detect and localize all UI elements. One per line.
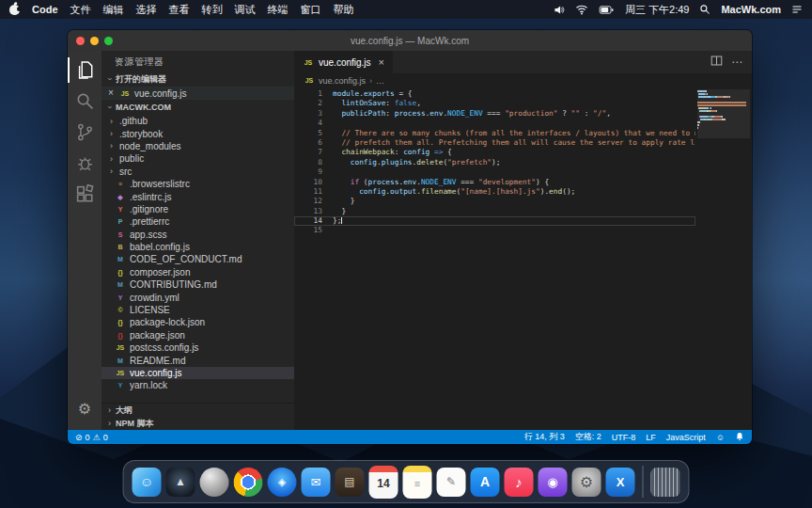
- menubar-menu-9[interactable]: 帮助: [334, 3, 354, 17]
- xcode-icon[interactable]: X: [606, 468, 635, 497]
- sidebar-section-2[interactable]: ›NPM 脚本: [102, 417, 294, 430]
- tree-folder[interactable]: ›node_modules: [102, 140, 294, 152]
- menubar-menu-6[interactable]: 调试: [235, 3, 256, 17]
- minimize-window-button[interactable]: [90, 37, 99, 45]
- system-preferences-icon[interactable]: ⚙: [572, 468, 601, 497]
- code-line[interactable]: 8 config.plugins.delete("prefetch");: [294, 158, 695, 167]
- status-item-5[interactable]: JavaScript: [666, 431, 706, 443]
- wifi-icon[interactable]: [575, 4, 588, 15]
- tree-file[interactable]: ◆.eslintrc.js: [102, 190, 294, 202]
- tree-file[interactable]: JSvue.config.js: [102, 367, 294, 379]
- debug-icon[interactable]: [68, 148, 102, 179]
- tree-folder[interactable]: ›public: [102, 152, 294, 165]
- code-line[interactable]: 13 }: [294, 207, 695, 216]
- tree-file[interactable]: ≡.browserslistrc: [102, 178, 294, 190]
- tree-folder[interactable]: ›src: [102, 166, 294, 178]
- problems-indicator[interactable]: ⊘ 0 ⚠ 0: [75, 433, 108, 442]
- mail-icon[interactable]: ✉: [302, 468, 331, 497]
- code-line[interactable]: 11 config.output.filename("[name].[hash]…: [294, 187, 695, 197]
- tree-file[interactable]: MCONTRIBUTING.md: [102, 278, 294, 291]
- settings-gear-icon[interactable]: ⚙: [68, 393, 102, 424]
- sidebar-section-1[interactable]: ›大纲: [102, 404, 294, 417]
- status-item-3[interactable]: UTF-8: [612, 431, 636, 443]
- project-root-header[interactable]: › MACWK.COM: [102, 100, 294, 115]
- safari-icon[interactable]: ◈: [268, 468, 297, 497]
- tree-file[interactable]: ©LICENSE: [102, 304, 294, 316]
- code-line[interactable]: 3 publicPath: process.env.NODE_ENV === "…: [294, 109, 695, 119]
- extensions-icon[interactable]: [68, 179, 102, 210]
- tree-folder[interactable]: ›.storybook: [102, 127, 294, 139]
- menubar-menu-8[interactable]: 窗口: [301, 3, 321, 17]
- menubar-menu-2[interactable]: 编辑: [103, 3, 124, 17]
- status-item-2[interactable]: 空格: 2: [575, 431, 601, 443]
- tree-folder[interactable]: ›.github: [102, 115, 294, 127]
- code-line[interactable]: 15: [294, 226, 695, 235]
- breadcrumb[interactable]: JS vue.config.js › …: [294, 73, 752, 87]
- notifications-bell-icon[interactable]: [735, 432, 744, 443]
- window-title-bar[interactable]: vue.config.js — MacWk.com: [68, 30, 752, 51]
- more-actions-icon[interactable]: ⋯: [731, 56, 743, 69]
- calendar-icon[interactable]: 14: [369, 466, 398, 499]
- code-line[interactable]: 2 lintOnSave: false,: [294, 99, 695, 108]
- tree-file[interactable]: Bbabel.config.js: [102, 241, 294, 253]
- code-line[interactable]: 7 chainWebpack: config => {: [294, 148, 695, 157]
- tree-file[interactable]: {}package.json: [102, 329, 294, 341]
- menubar-menu-4[interactable]: 查看: [169, 3, 190, 17]
- tree-file[interactable]: {}composer.json: [102, 266, 294, 278]
- app-menu-name[interactable]: Code: [32, 4, 58, 15]
- tree-file[interactable]: Yyarn.lock: [102, 379, 294, 391]
- menubar-menu-1[interactable]: 文件: [70, 3, 91, 17]
- tree-file[interactable]: Y.gitignore: [102, 203, 294, 215]
- tab-vue-config-js[interactable]: JS vue.config.js ×: [294, 51, 393, 73]
- code-line[interactable]: 12 }: [294, 197, 695, 206]
- open-editors-header[interactable]: › 打开的编辑器: [102, 71, 294, 87]
- tree-file[interactable]: Ycrowdin.yml: [102, 291, 294, 303]
- books-icon[interactable]: ▤: [336, 468, 365, 497]
- close-editor-icon[interactable]: ×: [108, 88, 116, 98]
- tree-file[interactable]: JSpostcss.config.js: [102, 341, 294, 354]
- split-editor-icon[interactable]: [710, 54, 723, 71]
- app-store-icon[interactable]: A: [471, 468, 500, 497]
- trash-icon[interactable]: [651, 468, 680, 497]
- minimap[interactable]: [697, 90, 750, 430]
- siri-orb-icon[interactable]: [200, 468, 229, 497]
- menu-bar-clock[interactable]: 周三 下午2:49: [625, 3, 689, 17]
- tree-file[interactable]: {}package-lock.json: [102, 316, 294, 328]
- code-line[interactable]: 6 // prefetch them all. Prefetching them…: [294, 138, 695, 148]
- close-window-button[interactable]: [76, 37, 85, 45]
- code-line[interactable]: 9: [294, 167, 695, 177]
- menubar-menu-5[interactable]: 转到: [202, 3, 223, 17]
- tab-close-icon[interactable]: ×: [379, 56, 384, 68]
- code-editor[interactable]: 1module.exports = {2 lintOnSave: false,3…: [294, 87, 752, 430]
- status-item-1[interactable]: 行 14, 列 3: [524, 431, 565, 443]
- menubar-menu-3[interactable]: 选择: [136, 3, 157, 17]
- status-item-4[interactable]: LF: [646, 431, 656, 443]
- apple-menu-icon[interactable]: [9, 5, 20, 15]
- podcasts-icon[interactable]: ◉: [539, 468, 568, 497]
- textedit-icon[interactable]: ✎: [437, 468, 466, 497]
- tree-file[interactable]: P.prettierrc: [102, 215, 294, 228]
- battery-icon[interactable]: [599, 5, 615, 15]
- breadcrumb-symbol[interactable]: …: [376, 76, 384, 86]
- search-icon[interactable]: [68, 86, 102, 117]
- music-icon[interactable]: ♪: [505, 468, 534, 497]
- chrome-icon[interactable]: [234, 468, 263, 497]
- open-editor-item[interactable]: ×JSvue.config.js: [102, 87, 294, 100]
- notes-icon[interactable]: ≡: [403, 466, 432, 499]
- notification-center-icon[interactable]: [791, 4, 803, 15]
- code-line[interactable]: 1module.exports = {: [294, 89, 695, 99]
- menubar-menu-7[interactable]: 终端: [268, 3, 289, 17]
- zoom-window-button[interactable]: [104, 37, 113, 45]
- code-line[interactable]: 5 // There are so many chunks (from all …: [294, 129, 695, 138]
- code-line[interactable]: 10 if (process.env.NODE_ENV === "develop…: [294, 178, 695, 187]
- tree-file[interactable]: MCODE_OF_CONDUCT.md: [102, 253, 294, 265]
- explorer-icon[interactable]: [68, 55, 102, 86]
- finder-icon[interactable]: ☺: [133, 468, 162, 497]
- tree-file[interactable]: Sapp.scss: [102, 229, 294, 241]
- breadcrumb-file[interactable]: vue.config.js: [319, 76, 366, 86]
- feedback-smiley-icon[interactable]: ☺: [716, 433, 725, 442]
- code-line[interactable]: 4: [294, 119, 695, 128]
- tree-file[interactable]: MREADME.md: [102, 354, 294, 366]
- launchpad-icon[interactable]: ▲: [166, 468, 195, 497]
- volume-icon[interactable]: [553, 4, 565, 16]
